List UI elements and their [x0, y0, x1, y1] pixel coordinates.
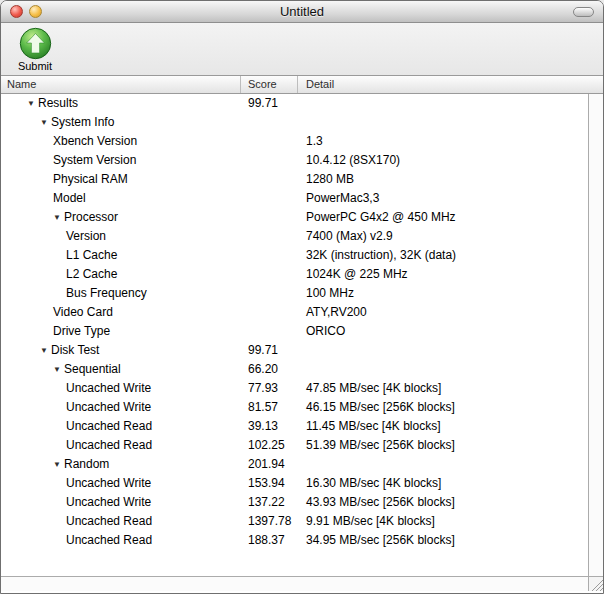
- table-row[interactable]: Uncached Write153.9416.30 MB/sec [4K blo…: [1, 474, 588, 493]
- row-name-label: System Version: [53, 151, 136, 170]
- row-name-label: L1 Cache: [66, 246, 117, 265]
- row-name-cell: Drive Type: [1, 322, 241, 341]
- row-score: 1397.78: [241, 512, 298, 531]
- table-row[interactable]: ▼Sequential66.20: [1, 360, 588, 379]
- row-detail: [298, 341, 588, 360]
- row-score: [241, 227, 298, 246]
- row-name-cell: Xbench Version: [1, 132, 241, 151]
- table-row[interactable]: Uncached Read188.3734.95 MB/sec [256K bl…: [1, 531, 588, 550]
- row-name-label: Bus Frequency: [66, 284, 147, 303]
- submit-icon: [19, 27, 52, 60]
- row-name-cell: Uncached Read: [1, 531, 241, 550]
- row-detail: 43.93 MB/sec [256K blocks]: [298, 493, 588, 512]
- row-name-cell: Uncached Write: [1, 398, 241, 417]
- row-score: 102.25: [241, 436, 298, 455]
- titlebar[interactable]: Untitled: [1, 1, 603, 23]
- table-row[interactable]: ▼Disk Test99.71: [1, 341, 588, 360]
- disclosure-triangle-icon[interactable]: ▼: [53, 208, 64, 227]
- table-row[interactable]: Physical RAM1280 MB: [1, 170, 588, 189]
- submit-label: Submit: [9, 60, 61, 72]
- table-row[interactable]: Bus Frequency100 MHz: [1, 284, 588, 303]
- row-name-cell: ▼Sequential: [1, 360, 241, 379]
- row-detail: 32K (instruction), 32K (data): [298, 246, 588, 265]
- table-row[interactable]: Video CardATY,RV200: [1, 303, 588, 322]
- row-name-cell: Bus Frequency: [1, 284, 241, 303]
- table-row[interactable]: ▼Results99.71: [1, 94, 588, 113]
- row-name-cell: Physical RAM: [1, 170, 241, 189]
- row-detail: 1280 MB: [298, 170, 588, 189]
- close-button[interactable]: [10, 5, 23, 18]
- row-name-label: Results: [38, 94, 78, 113]
- row-detail: 1024K @ 225 MHz: [298, 265, 588, 284]
- table-row[interactable]: ModelPowerMac3,3: [1, 189, 588, 208]
- table-body: ▼Results99.71▼System InfoXbench Version1…: [1, 94, 588, 576]
- table-row[interactable]: Uncached Write81.5746.15 MB/sec [256K bl…: [1, 398, 588, 417]
- row-score: 188.37: [241, 531, 298, 550]
- resize-grip[interactable]: [588, 577, 603, 591]
- table-row[interactable]: Uncached Read1397.789.91 MB/sec [4K bloc…: [1, 512, 588, 531]
- row-name-label: Xbench Version: [53, 132, 137, 151]
- row-name-label: Processor: [64, 208, 118, 227]
- table-row[interactable]: Uncached Write137.2243.93 MB/sec [256K b…: [1, 493, 588, 512]
- disclosure-triangle-icon[interactable]: ▼: [53, 360, 64, 379]
- row-detail: 16.30 MB/sec [4K blocks]: [298, 474, 588, 493]
- minimize-button[interactable]: [29, 5, 42, 18]
- row-detail: [298, 113, 588, 132]
- row-name-cell: Uncached Read: [1, 436, 241, 455]
- row-score: [241, 208, 298, 227]
- disclosure-triangle-icon[interactable]: ▼: [53, 455, 64, 474]
- table-row[interactable]: Uncached Read39.1311.45 MB/sec [4K block…: [1, 417, 588, 436]
- submit-button[interactable]: Submit: [9, 27, 61, 72]
- row-name-cell: Uncached Write: [1, 493, 241, 512]
- table-row[interactable]: ▼ProcessorPowerPC G4x2 @ 450 MHz: [1, 208, 588, 227]
- row-name-cell: ▼Results: [1, 94, 241, 113]
- row-name-label: Uncached Read: [66, 436, 152, 455]
- row-name-label: Physical RAM: [53, 170, 128, 189]
- disclosure-triangle-icon[interactable]: ▼: [27, 94, 38, 113]
- row-name-label: Uncached Write: [66, 379, 151, 398]
- column-header-detail[interactable]: Detail: [298, 76, 603, 93]
- resize-grip-lines-icon: [589, 577, 604, 591]
- table-row[interactable]: ▼Random201.94: [1, 455, 588, 474]
- table-row[interactable]: L2 Cache1024K @ 225 MHz: [1, 265, 588, 284]
- row-name-cell: ▼Disk Test: [1, 341, 241, 360]
- row-name-label: System Info: [51, 113, 114, 132]
- row-detail: 7400 (Max) v2.9: [298, 227, 588, 246]
- row-detail: 10.4.12 (8SX170): [298, 151, 588, 170]
- table-row[interactable]: Version7400 (Max) v2.9: [1, 227, 588, 246]
- horizontal-scrollbar[interactable]: [1, 576, 603, 591]
- column-header-name[interactable]: Name: [1, 76, 241, 93]
- table-row[interactable]: System Version10.4.12 (8SX170): [1, 151, 588, 170]
- vertical-scrollbar[interactable]: [588, 94, 603, 576]
- table-row[interactable]: ▼System Info: [1, 113, 588, 132]
- table-row[interactable]: Drive TypeORICO: [1, 322, 588, 341]
- disclosure-triangle-icon[interactable]: ▼: [40, 341, 51, 360]
- table-row[interactable]: Uncached Write77.9347.85 MB/sec [4K bloc…: [1, 379, 588, 398]
- toolbar-toggle-pill[interactable]: [573, 7, 594, 17]
- table-row[interactable]: Xbench Version1.3: [1, 132, 588, 151]
- row-name-label: Uncached Write: [66, 493, 151, 512]
- row-name-cell: Model: [1, 189, 241, 208]
- row-detail: 46.15 MB/sec [256K blocks]: [298, 398, 588, 417]
- row-detail: [298, 360, 588, 379]
- row-detail: 51.39 MB/sec [256K blocks]: [298, 436, 588, 455]
- disclosure-triangle-icon[interactable]: ▼: [40, 113, 51, 132]
- row-name-label: Uncached Write: [66, 474, 151, 493]
- table-row[interactable]: L1 Cache32K (instruction), 32K (data): [1, 246, 588, 265]
- row-score: 137.22: [241, 493, 298, 512]
- row-detail: [298, 94, 588, 113]
- row-name-cell: Video Card: [1, 303, 241, 322]
- row-name-label: Version: [66, 227, 106, 246]
- row-name-label: L2 Cache: [66, 265, 117, 284]
- row-name-cell: L2 Cache: [1, 265, 241, 284]
- table-row[interactable]: Uncached Read102.2551.39 MB/sec [256K bl…: [1, 436, 588, 455]
- row-detail: 47.85 MB/sec [4K blocks]: [298, 379, 588, 398]
- row-name-cell: ▼Random: [1, 455, 241, 474]
- row-score: 201.94: [241, 455, 298, 474]
- row-score: 66.20: [241, 360, 298, 379]
- column-header-score[interactable]: Score: [241, 76, 298, 93]
- row-detail: 100 MHz: [298, 284, 588, 303]
- row-score: 99.71: [241, 341, 298, 360]
- row-score: [241, 322, 298, 341]
- row-detail: ORICO: [298, 322, 588, 341]
